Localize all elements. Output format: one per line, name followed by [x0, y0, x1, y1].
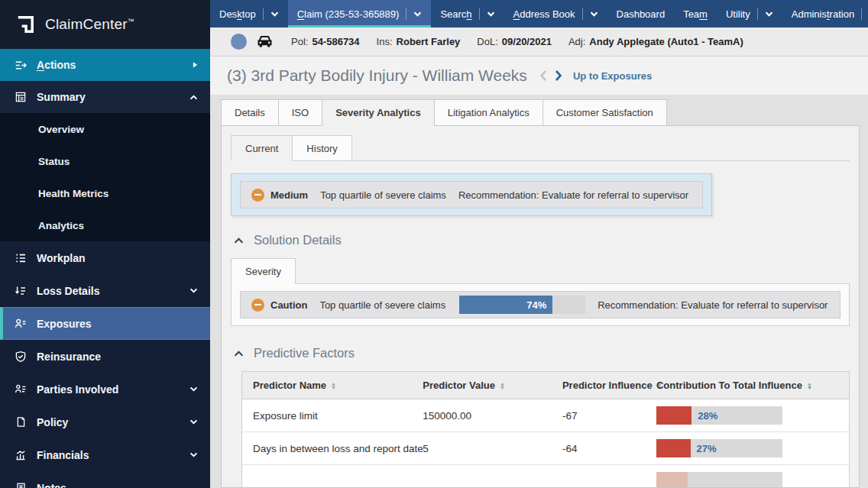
tab-details[interactable]: Details [221, 99, 279, 126]
column-header-predictor-influence[interactable]: Predictor Influence ▲▼ [552, 380, 646, 391]
tab-litigation-analytics[interactable]: Litigation Analytics [434, 99, 543, 126]
predictor-influence-cell: -67 [552, 410, 646, 422]
policy-number: Pol:54-586734 [291, 36, 360, 47]
chevron-right-icon [193, 61, 198, 69]
sidebar-item-workplan[interactable]: Workplan [0, 241, 210, 274]
predictor-name-cell: Exposure limit [242, 410, 412, 422]
chevron-down-icon[interactable] [487, 11, 495, 17]
table-row: Days in between loss and report date 5 -… [242, 432, 849, 465]
severity-score-box: Caution Top quartile of severe claims 74… [231, 283, 850, 326]
nav-item-search[interactable]: Search [431, 0, 504, 27]
previous-exposure-icon[interactable] [539, 69, 547, 82]
sidebar-item-reinsurance[interactable]: Reinsurance [0, 340, 210, 373]
app-logo: ClaimCenter™ [0, 0, 210, 49]
summary-icon [14, 91, 28, 103]
severity-chip: Medium [251, 189, 308, 202]
table-row: Exposure limit 150000.00 -67 28% [242, 399, 849, 432]
collapse-chevron-up-icon[interactable] [234, 238, 244, 244]
tab-severity-analytics[interactable]: Severity Analytics [322, 99, 435, 126]
tab-iso[interactable]: ISO [278, 99, 322, 126]
exposures-icon [14, 318, 28, 330]
tab-history[interactable]: History [292, 135, 351, 161]
sidebar-item-analytics[interactable]: Analytics [0, 209, 210, 241]
claim-info-bar: Pol:54-586734 Ins:Robert Farley DoL:09/2… [210, 27, 868, 57]
nav-item-dashboard[interactable]: Dashboard [607, 0, 675, 27]
column-header-predictor-name[interactable]: Predictor Name ▲▼ [242, 380, 412, 391]
loss-details-icon [14, 285, 28, 297]
sort-icon[interactable]: ▲▼ [331, 382, 336, 389]
reinsurance-shield-icon [14, 351, 28, 363]
sort-icon-active[interactable]: ▲▼ [807, 382, 812, 389]
sidebar-item-notes[interactable]: Notes [0, 471, 210, 488]
sidebar-item-summary[interactable]: Summary [0, 81, 210, 113]
severity-score-fill: 74% [459, 296, 552, 314]
up-to-exposures-link[interactable]: Up to Exposures [573, 70, 652, 82]
nav-item-team[interactable]: Team [674, 0, 717, 27]
tab-current[interactable]: Current [231, 135, 293, 161]
severity-score-bar: 74% [459, 296, 585, 314]
top-navigation: Desktop Claim (235-53-365889) Search Add… [210, 0, 868, 27]
app-title: ClaimCenter™ [45, 16, 134, 33]
contribution-percent: 27% [697, 443, 717, 454]
column-header-contribution[interactable]: Contribution To Total Influence ▲▼ [646, 380, 849, 391]
chevron-down-icon [189, 386, 198, 392]
summary-subgroup: Overview Status Health Metrics Analytics [0, 113, 210, 241]
page-header: (3) 3rd Party Bodily Injury - William We… [210, 57, 868, 95]
sidebar-item-financials[interactable]: Financials [0, 438, 210, 471]
solution-details-header: Solution Details [234, 233, 850, 247]
sidebar-item-status[interactable]: Status [0, 145, 210, 177]
contribution-cell: 28% [646, 406, 849, 425]
contribution-bar-fill [656, 472, 688, 488]
chevron-up-icon [189, 95, 198, 100]
date-of-loss: DoL:09/20/2021 [477, 36, 552, 47]
page-title: (3) 3rd Party Bodily Injury - William We… [227, 66, 527, 85]
caution-chip: Caution [251, 299, 307, 312]
score-description: Top quartile of severe claims [319, 299, 445, 311]
contribution-bar [656, 472, 782, 488]
predictor-name-cell: Days in between loss and report date [242, 443, 412, 454]
sidebar-item-loss-details[interactable]: Loss Details [0, 274, 210, 307]
sub-tab-strip: Current History [231, 135, 850, 161]
sidebar-item-overview[interactable]: Overview [0, 113, 210, 145]
sidebar-item-actions[interactable]: Actions [0, 49, 210, 81]
chevron-down-icon [189, 452, 198, 457]
chevron-down-icon [189, 288, 198, 293]
nav-item-desktop[interactable]: Desktop [210, 0, 288, 27]
chevron-down-icon[interactable] [270, 11, 279, 17]
divider [582, 8, 583, 20]
collapse-chevron-up-icon[interactable] [234, 351, 244, 357]
nav-item-utility[interactable]: Utility [717, 0, 782, 27]
financials-chart-icon [14, 449, 28, 461]
sort-icon[interactable]: ▲▼ [500, 382, 505, 389]
nav-item-address-book[interactable]: Address Book [504, 0, 607, 27]
sidebar-item-exposures[interactable]: Exposures [0, 307, 210, 340]
sidebar-item-health-metrics[interactable]: Health Metrics [0, 177, 210, 209]
severity-analytics-panel: Current History Medium Top quartile of s… [221, 126, 860, 488]
table-header-row: Predictor Name ▲▼ Predictor Value ▲▼ Pre… [242, 372, 849, 399]
column-header-predictor-value[interactable]: Predictor Value ▲▼ [412, 380, 552, 391]
predictor-influence-cell: -64 [552, 443, 646, 454]
caution-severity-icon [251, 299, 264, 312]
severity-recommendation: Recommendation: Evaluate for referral to… [458, 189, 688, 201]
predictive-factors-table: Predictor Name ▲▼ Predictor Value ▲▼ Pre… [241, 371, 850, 488]
contribution-cell: 27% [646, 439, 849, 457]
main-area: Desktop Claim (235-53-365889) Search Add… [210, 0, 868, 488]
nav-item-claim[interactable]: Claim (235-53-365889) [288, 0, 432, 27]
chevron-down-icon[interactable] [413, 11, 422, 17]
claim-status-indicator [231, 34, 247, 50]
sidebar-item-parties-involved[interactable]: Parties Involved [0, 373, 210, 406]
tab-customer-satisfaction[interactable]: Customer Satisfaction [542, 99, 667, 126]
predictive-factors-header: Predictive Factors [234, 346, 850, 360]
next-exposure-icon[interactable] [555, 69, 562, 82]
chevron-down-icon[interactable] [765, 11, 773, 17]
nav-item-administration[interactable]: Administration [782, 0, 868, 27]
sidebar: ClaimCenter™ Actions Summary Overview St… [0, 0, 210, 488]
severity-description: Top quartile of severe claims [320, 189, 446, 201]
contribution-bar-fill [656, 406, 691, 425]
sidebar-item-policy[interactable]: Policy [0, 406, 210, 438]
tab-severity[interactable]: Severity [231, 258, 296, 284]
score-recommendation: Recommendation: Evaluate for referral to… [598, 299, 828, 311]
chevron-down-icon[interactable] [590, 11, 598, 17]
predictor-value-cell: 150000.00 [412, 410, 552, 422]
vehicle-car-icon [255, 34, 274, 49]
